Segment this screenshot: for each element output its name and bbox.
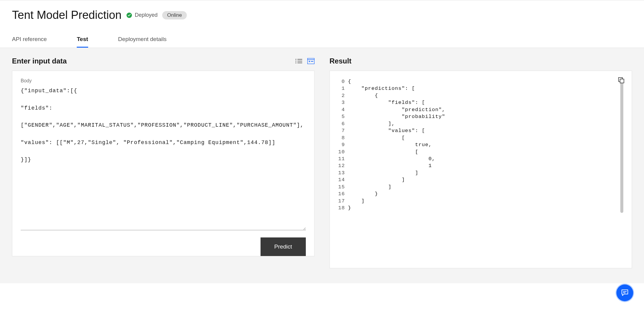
input-card: Body Predict <box>12 71 315 256</box>
result-code: { "predictions": [ { "fields": [ "predic… <box>348 78 618 261</box>
svg-point-1 <box>296 59 297 60</box>
svg-rect-2 <box>297 59 302 60</box>
tab-deployment-details[interactable]: Deployment details <box>118 32 167 48</box>
result-gutter: 0 1 2 3 4 5 6 7 8 9 10 11 12 13 14 15 16… <box>338 78 348 261</box>
content: Enter input data <box>0 48 644 283</box>
svg-point-5 <box>296 63 297 63</box>
scrollbar[interactable] <box>620 78 623 213</box>
input-panel-title: Enter input data <box>12 57 67 65</box>
body-textarea[interactable] <box>21 87 306 230</box>
svg-point-3 <box>296 61 297 62</box>
deploy-status: Deployed <box>126 12 157 18</box>
page-header: Tent Model Prediction Deployed Online <box>0 0 644 22</box>
tabs: API reference Test Deployment details <box>0 32 644 48</box>
tab-test[interactable]: Test <box>77 32 88 48</box>
predict-button[interactable]: Predict <box>261 237 306 256</box>
result-panel: Result 0 1 2 3 4 5 6 7 8 9 10 11 12 13 1… <box>329 57 632 268</box>
input-panel: Enter input data <box>12 57 315 268</box>
svg-rect-4 <box>297 61 302 61</box>
page-title: Tent Model Prediction <box>12 9 121 22</box>
body-label: Body <box>21 78 306 84</box>
list-view-icon[interactable] <box>295 58 303 64</box>
svg-rect-9 <box>311 61 313 62</box>
tab-api-reference[interactable]: API reference <box>12 32 47 48</box>
copy-icon[interactable] <box>618 77 625 85</box>
status-text: Deployed <box>135 12 157 18</box>
json-view-icon[interactable] <box>307 58 315 64</box>
result-panel-title: Result <box>329 57 351 65</box>
svg-rect-11 <box>620 79 624 83</box>
svg-rect-6 <box>297 63 302 63</box>
checkmark-filled-icon <box>126 12 132 18</box>
status-badge: Online <box>162 11 186 19</box>
result-card: 0 1 2 3 4 5 6 7 8 9 10 11 12 13 14 15 16… <box>329 71 632 268</box>
